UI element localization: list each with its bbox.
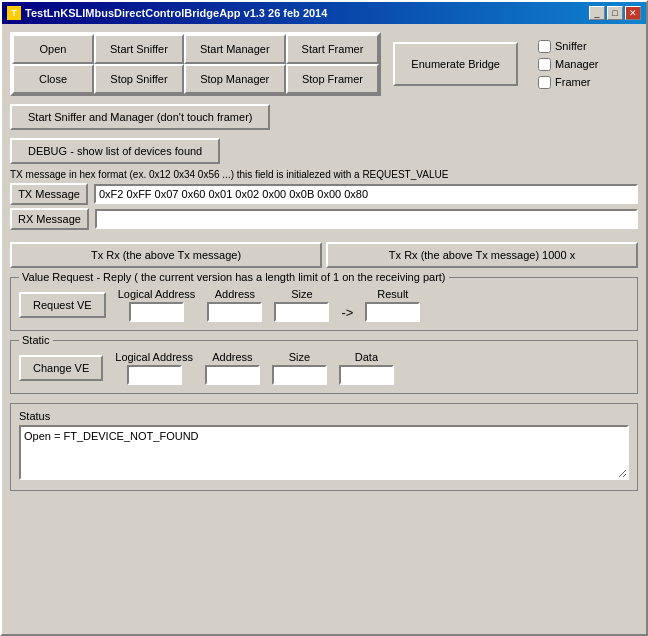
tx-rx-button[interactable]: Tx Rx (the above Tx message) (10, 242, 322, 268)
start-sniffer-button[interactable]: Start Sniffer (94, 34, 184, 64)
sniffer-checkbox[interactable] (538, 40, 551, 53)
tx-message-button[interactable]: TX Message (10, 183, 88, 205)
vr-address-label: Address (215, 288, 255, 300)
tx-message-row: TX Message (10, 183, 638, 205)
checkbox-section: Sniffer Manager Framer (530, 32, 606, 96)
stop-sniffer-button[interactable]: Stop Sniffer (94, 64, 184, 94)
st-size-input[interactable] (272, 365, 327, 385)
manager-label: Manager (555, 58, 598, 70)
st-data-input[interactable] (339, 365, 394, 385)
vr-logical-address-label: Logical Address (118, 288, 196, 300)
sniffer-label: Sniffer (555, 40, 587, 52)
title-bar-buttons: _ □ ✕ (589, 6, 641, 20)
change-ve-button[interactable]: Change VE (19, 355, 103, 381)
enumerate-bridge-button[interactable]: Enumerate Bridge (393, 42, 518, 86)
tx-rx-1000-button[interactable]: Tx Rx (the above Tx message) 1000 x (326, 242, 638, 268)
main-button-grid: Open Start Sniffer Start Manager Start F… (10, 32, 381, 96)
vr-size-label: Size (291, 288, 312, 300)
tx-hint: TX message in hex format (ex. 0x12 0x34 … (10, 169, 638, 180)
maximize-button[interactable]: □ (607, 6, 623, 20)
sniffer-manager-row: Start Sniffer and Manager (don't touch f… (10, 101, 638, 133)
vr-result-label: Result (377, 288, 408, 300)
st-logical-address-input[interactable] (127, 365, 182, 385)
value-request-title: Value Request - Reply ( the current vers… (19, 271, 449, 283)
vr-address-input[interactable] (207, 302, 262, 322)
framer-checkbox-row: Framer (538, 76, 598, 89)
start-manager-button[interactable]: Start Manager (184, 34, 286, 64)
manager-checkbox[interactable] (538, 58, 551, 71)
top-buttons-area: Open Start Sniffer Start Manager Start F… (10, 32, 638, 96)
vr-address-col: Address (207, 288, 262, 322)
rx-message-row: RX Message (10, 208, 638, 230)
tx-rx-buttons-row: Tx Rx (the above Tx message) Tx Rx (the … (10, 242, 638, 268)
st-address-label: Address (212, 351, 252, 363)
debug-row: DEBUG - show list of devices found (10, 138, 638, 164)
vr-result-input[interactable] (365, 302, 420, 322)
value-request-section: Value Request - Reply ( the current vers… (10, 277, 638, 331)
st-size-col: Size (272, 351, 327, 385)
window-title: TestLnKSLIMbusDirectControlBridgeApp v1.… (25, 7, 327, 19)
rx-message-button[interactable]: RX Message (10, 208, 89, 230)
stop-manager-button[interactable]: Stop Manager (184, 64, 286, 94)
vr-size-input[interactable] (274, 302, 329, 322)
static-inner: Change VE Logical Address Address Size D… (19, 351, 629, 385)
app-icon: T (7, 6, 21, 20)
tx-rx-area: TX message in hex format (ex. 0x12 0x34 … (10, 169, 638, 233)
st-size-label: Size (289, 351, 310, 363)
status-label: Status (19, 410, 629, 422)
close-button[interactable]: Close (12, 64, 94, 94)
st-data-col: Data (339, 351, 394, 385)
vr-logical-address-input[interactable] (129, 302, 184, 322)
st-data-label: Data (355, 351, 378, 363)
value-request-inner: Request VE Logical Address Address Size … (19, 288, 629, 322)
start-sniffer-manager-button[interactable]: Start Sniffer and Manager (don't touch f… (10, 104, 270, 130)
debug-devices-button[interactable]: DEBUG - show list of devices found (10, 138, 220, 164)
title-bar: T TestLnKSLIMbusDirectControlBridgeApp v… (2, 2, 646, 24)
arrow-icon: -> (341, 305, 353, 320)
st-logical-address-col: Logical Address (115, 351, 193, 385)
st-address-col: Address (205, 351, 260, 385)
rx-message-input[interactable] (95, 209, 638, 229)
title-bar-left: T TestLnKSLIMbusDirectControlBridgeApp v… (7, 6, 327, 20)
vr-size-col: Size (274, 288, 329, 322)
tx-message-input[interactable] (94, 184, 638, 204)
sniffer-checkbox-row: Sniffer (538, 40, 598, 53)
static-title: Static (19, 334, 53, 346)
start-framer-button[interactable]: Start Framer (286, 34, 380, 64)
stop-framer-button[interactable]: Stop Framer (286, 64, 380, 94)
vr-result-col: Result (365, 288, 420, 322)
open-button[interactable]: Open (12, 34, 94, 64)
minimize-button[interactable]: _ (589, 6, 605, 20)
static-section: Static Change VE Logical Address Address… (10, 340, 638, 394)
enumerate-section: Enumerate Bridge (381, 32, 530, 96)
framer-checkbox[interactable] (538, 76, 551, 89)
close-window-button[interactable]: ✕ (625, 6, 641, 20)
st-address-input[interactable] (205, 365, 260, 385)
content-area: Open Start Sniffer Start Manager Start F… (2, 24, 646, 634)
request-ve-button[interactable]: Request VE (19, 292, 106, 318)
framer-label: Framer (555, 76, 590, 88)
status-output[interactable] (19, 425, 629, 480)
manager-checkbox-row: Manager (538, 58, 598, 71)
st-logical-address-label: Logical Address (115, 351, 193, 363)
vr-logical-address-col: Logical Address (118, 288, 196, 322)
main-window: T TestLnKSLIMbusDirectControlBridgeApp v… (0, 0, 648, 636)
status-area: Status (10, 403, 638, 491)
